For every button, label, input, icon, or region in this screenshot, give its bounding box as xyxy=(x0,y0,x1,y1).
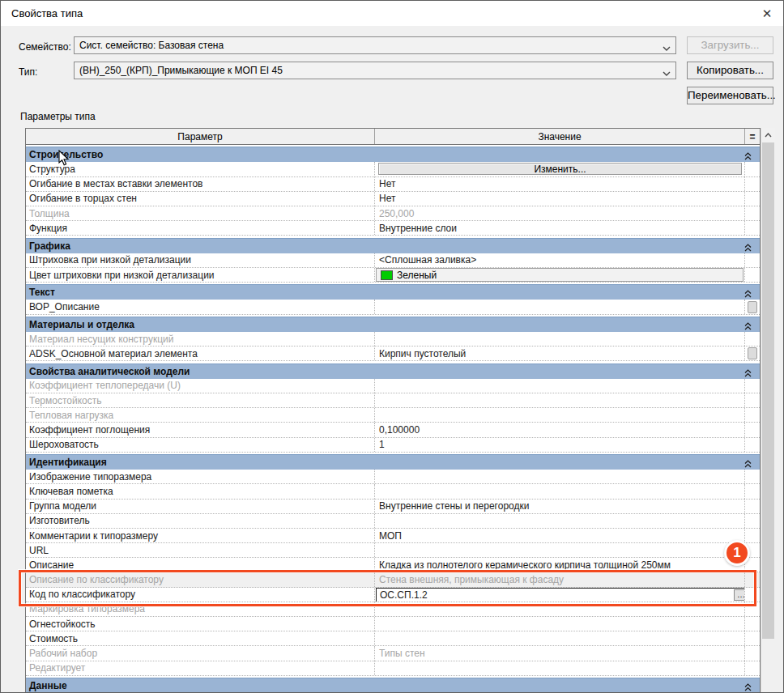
section-header[interactable]: Данные xyxy=(26,678,760,693)
param-value: Внутренние стены и перегородки xyxy=(379,500,529,512)
param-value-cell[interactable]: ОС.СП.1.2… xyxy=(375,588,745,602)
load-button[interactable]: Загрузить... xyxy=(687,36,773,54)
formula-cell xyxy=(745,408,760,422)
param-row: Цвет штриховки при низкой детализацииЗел… xyxy=(26,268,760,283)
param-row: Рабочий наборТипы стен xyxy=(26,646,760,661)
param-value: МОП xyxy=(379,530,402,542)
type-label: Тип: xyxy=(19,66,37,78)
param-value: Стена внешняя, примыкающая к фасаду xyxy=(379,574,564,585)
param-value-cell[interactable]: Нет xyxy=(375,177,745,191)
browse-ellipsis-button[interactable]: … xyxy=(734,589,745,601)
param-row: Изготовитель xyxy=(26,514,760,529)
param-value-cell[interactable]: Нет xyxy=(375,192,745,206)
param-label: ADSK_Основной материал элемента xyxy=(26,346,375,360)
associate-parameter-button[interactable] xyxy=(748,347,757,359)
formula-cell xyxy=(745,514,760,528)
formula-cell xyxy=(745,177,760,191)
param-value: 1 xyxy=(379,439,385,450)
formula-cell xyxy=(745,438,760,452)
param-value-cell[interactable]: Стена внешняя, примыкающая к фасаду xyxy=(375,572,745,586)
classifier-code-field[interactable]: ОС.СП.1.2… xyxy=(376,588,745,602)
param-value-cell[interactable] xyxy=(375,379,745,393)
param-label: Описание по классификатору xyxy=(26,572,375,586)
section-header[interactable]: Идентификация xyxy=(26,454,760,470)
param-value-cell[interactable]: Зеленый xyxy=(375,268,745,282)
param-row: Код по классификаторуОС.СП.1.2… xyxy=(26,588,760,602)
param-label: Структура xyxy=(26,162,375,176)
param-value-cell[interactable]: МОП xyxy=(375,529,745,542)
param-value-cell[interactable]: Кладка из полнотелого керамического кирп… xyxy=(375,558,745,572)
param-value-cell[interactable]: 250,000 xyxy=(375,206,745,220)
param-value-cell[interactable] xyxy=(375,617,745,631)
color-value-field[interactable]: Зеленый xyxy=(376,268,744,282)
param-value-cell[interactable]: Внутренние стены и перегородки xyxy=(375,500,745,513)
param-value-cell[interactable]: Изменить... xyxy=(375,162,745,176)
column-header-formula: = xyxy=(745,129,760,144)
section-header[interactable]: Графика xyxy=(26,238,760,253)
param-value-cell[interactable]: 1 xyxy=(375,438,745,452)
section-label: Материалы и отделка xyxy=(26,319,134,330)
scrollbar-thumb[interactable] xyxy=(762,142,774,639)
param-value-cell[interactable] xyxy=(375,602,745,616)
section-header[interactable]: Свойства аналитической модели xyxy=(26,364,760,379)
param-row: СтруктураИзменить... xyxy=(26,162,760,176)
type-value: (ВН)_250_(КРП)_Примыкающие к МОП EI 45 xyxy=(79,65,283,76)
section-header[interactable]: Строительство xyxy=(26,147,760,162)
param-value-cell[interactable] xyxy=(375,332,745,346)
section-label: Строительство xyxy=(26,149,103,160)
formula-cell xyxy=(745,268,760,282)
type-parameters-caption: Параметры типа xyxy=(20,111,96,122)
param-value-cell[interactable]: <Сплошная заливка> xyxy=(375,253,745,267)
param-value-cell[interactable] xyxy=(375,514,745,528)
param-value-cell[interactable] xyxy=(375,631,745,645)
collapse-chevrons-icon[interactable] xyxy=(744,289,752,300)
param-label: Стоимость xyxy=(26,631,375,645)
close-icon[interactable]: ✕ xyxy=(757,4,777,23)
formula-cell xyxy=(745,500,760,513)
scroll-up-icon[interactable] xyxy=(761,128,775,142)
param-value: <Сплошная заливка> xyxy=(379,254,476,266)
duplicate-button[interactable]: Копировать... xyxy=(687,62,773,79)
param-label: Коэффициент теплопередачи (U) xyxy=(26,379,375,393)
collapse-chevrons-icon[interactable] xyxy=(744,151,752,163)
vertical-scrollbar[interactable] xyxy=(761,128,774,693)
param-value-cell[interactable] xyxy=(375,543,745,557)
param-value-cell[interactable] xyxy=(375,408,745,422)
type-properties-dialog: Свойства типа ✕ Семейство: Сист. семейст… xyxy=(0,0,784,693)
section-header[interactable]: Текст xyxy=(26,284,760,300)
param-value-cell[interactable]: Типы стен xyxy=(375,646,745,660)
collapse-chevrons-icon[interactable] xyxy=(744,243,752,254)
formula-cell xyxy=(745,588,760,602)
param-value-cell[interactable]: Кирпич пустотелый xyxy=(375,346,745,360)
param-row: ОписаниеКладка из полнотелого керамическ… xyxy=(26,558,760,572)
param-value-cell[interactable]: 0,100000 xyxy=(375,423,745,436)
param-row: Ключевая пометка xyxy=(26,484,760,499)
param-value-cell[interactable] xyxy=(375,484,745,498)
rename-button[interactable]: Переименовать... xyxy=(687,87,773,104)
collapse-chevrons-icon[interactable] xyxy=(744,459,752,470)
table-body: СтроительствоСтруктураИзменить...Огибани… xyxy=(26,147,760,693)
param-value-cell[interactable] xyxy=(375,470,745,483)
param-value-cell[interactable]: Внутренние слои xyxy=(375,221,745,235)
param-value-cell[interactable] xyxy=(375,393,745,407)
column-header-value[interactable]: Значение xyxy=(375,129,745,144)
family-combobox[interactable]: Сист. семейство: Базовая стена xyxy=(74,36,676,54)
formula-cell xyxy=(745,332,760,346)
formula-cell xyxy=(745,221,760,235)
formula-cell xyxy=(745,529,760,542)
edit-structure-button[interactable]: Изменить... xyxy=(378,163,742,175)
param-value-cell[interactable] xyxy=(375,300,745,313)
collapse-chevrons-icon[interactable] xyxy=(744,682,752,693)
collapse-chevrons-icon[interactable] xyxy=(744,368,752,380)
formula-cell xyxy=(745,300,760,313)
param-value: 0,100000 xyxy=(379,424,420,436)
param-label: Группа модели xyxy=(26,500,375,513)
section-header[interactable]: Материалы и отделка xyxy=(26,317,760,332)
associate-parameter-button[interactable] xyxy=(748,301,757,313)
param-row: Описание по классификаторуСтена внешняя,… xyxy=(26,572,760,587)
param-value-cell[interactable] xyxy=(375,661,745,675)
collapse-chevrons-icon[interactable] xyxy=(744,321,752,333)
type-combobox[interactable]: (ВН)_250_(КРП)_Примыкающие к МОП EI 45 xyxy=(74,62,676,79)
classifier-code-value: ОС.СП.1.2 xyxy=(380,589,428,601)
column-header-parameter[interactable]: Параметр xyxy=(26,129,375,144)
